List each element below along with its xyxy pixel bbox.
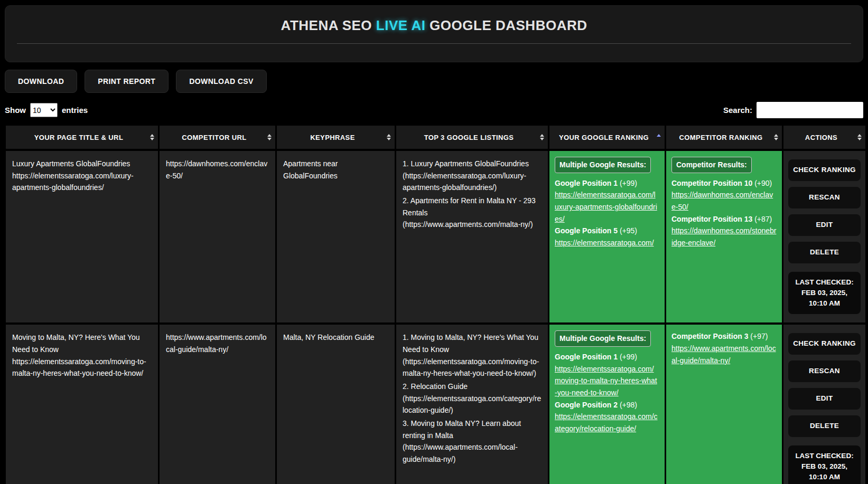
multiple-results-badge: Multiple Google Results:	[555, 330, 651, 347]
your-ranking-cell: Multiple Google Results: Google Position…	[549, 151, 665, 322]
download-csv-button[interactable]: DOWNLOAD CSV	[176, 70, 266, 93]
listing-item: 3. Moving to Malta NY? Learn about renti…	[403, 417, 542, 466]
column-header-keyphrase[interactable]: KEYPHRASE	[277, 126, 395, 149]
listing-item: 1. Luxury Apartments GlobalFoundries (ht…	[403, 158, 542, 194]
top3-listings-cell: 1. Moving to Malta, NY? Here's What You …	[396, 325, 548, 484]
title-divider	[17, 43, 851, 44]
ranking-score: (+90)	[754, 179, 772, 187]
ranking-link[interactable]: https://elementssaratoga.com/moving-to-m…	[555, 363, 659, 399]
listing-item: 2. Relocation Guide (https://elementssar…	[403, 381, 542, 416]
table-row: Luxury Apartments GlobalFoundries https:…	[6, 151, 865, 322]
ranking-entry: Google Position 1 (+99) https://elements…	[555, 351, 659, 399]
page-title-text: Moving to Malta, NY? Here's What You Nee…	[12, 331, 152, 355]
page-title-text: Luxury Apartments GlobalFoundries	[12, 158, 152, 170]
edit-button[interactable]: EDIT	[788, 388, 861, 410]
column-header-your-ranking[interactable]: YOUR GOOGLE RANKING	[549, 126, 665, 149]
sort-icon	[540, 134, 544, 140]
page-url-text: https://elementssaratoga.com/moving-to-m…	[12, 356, 152, 379]
search-label: Search:	[723, 106, 752, 115]
competitor-ranking-cell: Competitor Results: Competitor Position …	[666, 151, 782, 322]
competitor-url-cell: https://dawnhomes.com/enclave-50/	[160, 151, 275, 322]
rescan-button[interactable]: RESCAN	[788, 360, 861, 382]
top3-listings-cell: 1. Luxury Apartments GlobalFoundries (ht…	[396, 151, 548, 322]
ranking-score: (+99)	[620, 179, 637, 187]
sort-icon	[774, 134, 778, 140]
ranking-link[interactable]: https://elementssaratoga.com/	[555, 237, 659, 249]
keyphrase-cell: Malta, NY Relocation Guide	[277, 325, 395, 484]
column-header-top3-listings[interactable]: TOP 3 GOOGLE LISTINGS	[396, 126, 548, 149]
page-title-part2: GOOGLE DASHBOARD	[425, 17, 587, 33]
last-checked-badge: LAST CHECKED: FEB 03, 2025, 10:10 AM	[788, 272, 861, 315]
your-ranking-cell: Multiple Google Results: Google Position…	[549, 325, 665, 484]
page-title-part1: ATHENA SEO	[281, 17, 376, 33]
ranking-link[interactable]: https://elementssaratoga.com/luxury-apar…	[555, 189, 659, 225]
ranking-score: (+99)	[620, 353, 637, 361]
check-ranking-button[interactable]: CHECK RANKING	[788, 333, 861, 355]
page-size-select[interactable]: 10	[30, 103, 58, 117]
sort-icon	[857, 134, 862, 140]
entries-label: entries	[62, 106, 88, 115]
ranking-link[interactable]: https://elementssaratoga.com/category/re…	[555, 411, 659, 434]
competitor-link[interactable]: https://www.apartments.com/local-guide/m…	[671, 343, 777, 366]
competitor-link[interactable]: https://dawnhomes.com/enclave-50/	[671, 189, 777, 213]
table-controls: Show 10 entries Search:	[5, 102, 863, 118]
header-panel: ATHENA SEO LIVE AI GOOGLE DASHBOARD	[5, 5, 863, 62]
ranking-score: (+98)	[620, 401, 637, 409]
last-checked-badge: LAST CHECKED: FEB 03, 2025, 10:10 AM	[788, 445, 861, 484]
keyphrase-cell: Apartments near GlobalFoundries	[277, 151, 395, 322]
ranking-score: (+95)	[620, 226, 637, 235]
sort-icon	[267, 134, 272, 140]
page-title-cell: Luxury Apartments GlobalFoundries https:…	[6, 151, 158, 322]
delete-button[interactable]: DELETE	[788, 415, 861, 437]
actions-cell: CHECK RANKING RESCAN EDIT DELETE LAST CH…	[783, 325, 865, 484]
sort-asc-icon	[657, 134, 661, 140]
column-header-competitor-url[interactable]: COMPETITOR URL	[160, 126, 275, 149]
competitor-url-cell: https://www.apartments.com/local-guide/m…	[160, 325, 275, 484]
column-header-competitor-ranking[interactable]: COMPETITOR RANKING	[666, 126, 782, 149]
column-header-page-title[interactable]: YOUR PAGE TITLE & URL	[6, 126, 158, 149]
check-ranking-button[interactable]: CHECK RANKING	[788, 159, 861, 181]
edit-button[interactable]: EDIT	[788, 214, 861, 236]
listing-item: 2. Apartments for Rent in Malta NY - 293…	[403, 195, 542, 231]
competitor-link[interactable]: https://dawnhomes.com/stonebridge-enclav…	[671, 225, 777, 249]
page-url-text: https://elementssaratoga.com/luxury-apar…	[12, 170, 152, 194]
rankings-table: YOUR PAGE TITLE & URL COMPETITOR URL KEY…	[4, 124, 867, 484]
show-entries-group: Show 10 entries	[5, 103, 88, 117]
multiple-results-badge: Multiple Google Results:	[555, 157, 651, 173]
sort-icon	[387, 134, 391, 140]
table-header-row: YOUR PAGE TITLE & URL COMPETITOR URL KEY…	[6, 126, 865, 149]
rescan-button[interactable]: RESCAN	[788, 187, 861, 208]
table-row: Moving to Malta, NY? Here's What You Nee…	[6, 325, 865, 484]
page-title-highlight: LIVE AI	[376, 17, 426, 33]
search-group: Search:	[723, 102, 863, 118]
page-title: ATHENA SEO LIVE AI GOOGLE DASHBOARD	[5, 17, 863, 34]
ranking-entry: Google Position 5 (+95) https://elements…	[555, 225, 659, 249]
ranking-entry: Competitor Position 13 (+87) https://daw…	[671, 213, 777, 249]
listing-item: 1. Moving to Malta, NY? Here's What You …	[403, 331, 542, 379]
ranking-entry: Competitor Position 3 (+97) https://www.…	[671, 330, 777, 366]
ranking-score: (+87)	[754, 215, 772, 223]
print-report-button[interactable]: PRINT REPORT	[85, 70, 169, 93]
actions-cell: CHECK RANKING RESCAN EDIT DELETE LAST CH…	[783, 151, 865, 322]
toolbar: DOWNLOAD PRINT REPORT DOWNLOAD CSV	[5, 70, 863, 93]
competitor-results-badge: Competitor Results:	[671, 157, 752, 173]
show-label: Show	[5, 106, 26, 115]
search-input[interactable]	[757, 102, 863, 118]
column-header-actions[interactable]: ACTIONS	[783, 126, 865, 149]
ranking-entry: Competitor Position 10 (+90) https://daw…	[671, 177, 777, 213]
ranking-entry: Google Position 1 (+99) https://elements…	[555, 177, 659, 225]
page-title-cell: Moving to Malta, NY? Here's What You Nee…	[6, 325, 158, 484]
sort-icon	[150, 134, 154, 140]
competitor-ranking-cell: Competitor Position 3 (+97) https://www.…	[666, 325, 782, 484]
download-button[interactable]: DOWNLOAD	[5, 70, 77, 93]
ranking-score: (+97)	[750, 332, 768, 340]
delete-button[interactable]: DELETE	[788, 242, 861, 263]
ranking-entry: Google Position 2 (+98) https://elements…	[555, 399, 659, 435]
